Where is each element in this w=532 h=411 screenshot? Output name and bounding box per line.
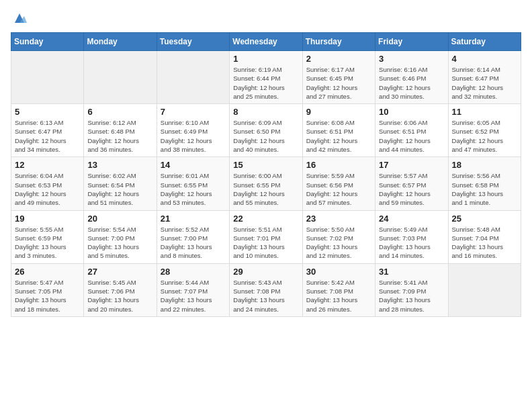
day-number: 12 xyxy=(15,160,80,170)
day-number: 22 xyxy=(233,214,298,224)
calendar-week-row: 12Sunrise: 6:04 AM Sunset: 6:53 PM Dayli… xyxy=(11,157,521,210)
day-number: 2 xyxy=(306,54,371,64)
logo xyxy=(11,11,27,24)
day-number: 13 xyxy=(87,160,152,170)
day-info: Sunrise: 5:55 AM Sunset: 6:59 PM Dayligh… xyxy=(15,225,80,261)
calendar-cell: 25Sunrise: 5:48 AM Sunset: 7:04 PM Dayli… xyxy=(448,210,521,263)
calendar-cell: 26Sunrise: 5:47 AM Sunset: 7:05 PM Dayli… xyxy=(11,263,84,316)
day-info: Sunrise: 5:43 AM Sunset: 7:08 PM Dayligh… xyxy=(233,278,298,314)
logo-icon xyxy=(12,11,27,26)
day-info: Sunrise: 6:06 AM Sunset: 6:51 PM Dayligh… xyxy=(379,118,444,154)
day-number: 15 xyxy=(233,160,298,170)
calendar-cell: 21Sunrise: 5:52 AM Sunset: 7:00 PM Dayli… xyxy=(157,210,229,263)
day-number: 17 xyxy=(379,160,444,170)
calendar-cell: 2Sunrise: 6:17 AM Sunset: 6:45 PM Daylig… xyxy=(302,51,375,104)
day-number: 19 xyxy=(15,214,80,224)
day-number: 21 xyxy=(161,214,226,224)
day-info: Sunrise: 6:12 AM Sunset: 6:48 PM Dayligh… xyxy=(87,118,152,154)
day-info: Sunrise: 5:59 AM Sunset: 6:56 PM Dayligh… xyxy=(306,171,371,207)
day-number: 28 xyxy=(161,267,226,277)
weekday-header: Thursday xyxy=(302,33,375,51)
day-info: Sunrise: 6:19 AM Sunset: 6:44 PM Dayligh… xyxy=(233,65,298,101)
day-number: 20 xyxy=(87,214,152,224)
calendar-cell: 12Sunrise: 6:04 AM Sunset: 6:53 PM Dayli… xyxy=(11,157,84,210)
calendar-cell: 27Sunrise: 5:45 AM Sunset: 7:06 PM Dayli… xyxy=(84,263,157,316)
day-info: Sunrise: 6:01 AM Sunset: 6:55 PM Dayligh… xyxy=(161,171,226,207)
day-info: Sunrise: 6:04 AM Sunset: 6:53 PM Dayligh… xyxy=(15,171,80,207)
calendar-week-row: 19Sunrise: 5:55 AM Sunset: 6:59 PM Dayli… xyxy=(11,210,521,263)
day-info: Sunrise: 5:56 AM Sunset: 6:58 PM Dayligh… xyxy=(452,171,517,207)
weekday-header: Saturday xyxy=(448,33,521,51)
page-header xyxy=(11,11,521,24)
day-number: 24 xyxy=(379,214,444,224)
day-number: 4 xyxy=(452,54,517,64)
calendar-cell: 11Sunrise: 6:05 AM Sunset: 6:52 PM Dayli… xyxy=(448,104,521,157)
day-info: Sunrise: 6:13 AM Sunset: 6:47 PM Dayligh… xyxy=(15,118,80,154)
calendar-cell: 15Sunrise: 6:00 AM Sunset: 6:55 PM Dayli… xyxy=(230,157,302,210)
calendar-cell: 5Sunrise: 6:13 AM Sunset: 6:47 PM Daylig… xyxy=(11,104,84,157)
day-number: 18 xyxy=(452,160,517,170)
calendar-cell: 30Sunrise: 5:42 AM Sunset: 7:08 PM Dayli… xyxy=(302,263,375,316)
weekday-header: Wednesday xyxy=(230,33,302,51)
calendar-table: SundayMondayTuesdayWednesdayThursdayFrid… xyxy=(11,32,521,317)
calendar-week-row: 5Sunrise: 6:13 AM Sunset: 6:47 PM Daylig… xyxy=(11,104,521,157)
day-info: Sunrise: 6:16 AM Sunset: 6:46 PM Dayligh… xyxy=(379,65,444,101)
calendar-week-row: 26Sunrise: 5:47 AM Sunset: 7:05 PM Dayli… xyxy=(11,263,521,316)
calendar-cell: 13Sunrise: 6:02 AM Sunset: 6:54 PM Dayli… xyxy=(84,157,157,210)
day-number: 11 xyxy=(452,107,517,117)
day-number: 6 xyxy=(87,107,152,117)
day-number: 3 xyxy=(379,54,444,64)
day-number: 7 xyxy=(161,107,226,117)
day-info: Sunrise: 6:17 AM Sunset: 6:45 PM Dayligh… xyxy=(306,65,371,101)
day-info: Sunrise: 5:47 AM Sunset: 7:05 PM Dayligh… xyxy=(15,278,80,314)
day-number: 25 xyxy=(452,214,517,224)
calendar-cell: 7Sunrise: 6:10 AM Sunset: 6:49 PM Daylig… xyxy=(157,104,229,157)
calendar-cell: 6Sunrise: 6:12 AM Sunset: 6:48 PM Daylig… xyxy=(84,104,157,157)
day-info: Sunrise: 5:41 AM Sunset: 7:09 PM Dayligh… xyxy=(379,278,444,314)
calendar-cell xyxy=(157,51,229,104)
day-info: Sunrise: 5:57 AM Sunset: 6:57 PM Dayligh… xyxy=(379,171,444,207)
calendar-cell: 17Sunrise: 5:57 AM Sunset: 6:57 PM Dayli… xyxy=(375,157,448,210)
calendar-week-row: 1Sunrise: 6:19 AM Sunset: 6:44 PM Daylig… xyxy=(11,51,521,104)
calendar-cell: 20Sunrise: 5:54 AM Sunset: 7:00 PM Dayli… xyxy=(84,210,157,263)
calendar-cell: 8Sunrise: 6:09 AM Sunset: 6:50 PM Daylig… xyxy=(230,104,302,157)
calendar-cell xyxy=(448,263,521,316)
day-number: 29 xyxy=(233,267,298,277)
day-info: Sunrise: 5:51 AM Sunset: 7:01 PM Dayligh… xyxy=(233,225,298,261)
calendar-cell xyxy=(84,51,157,104)
day-info: Sunrise: 5:44 AM Sunset: 7:07 PM Dayligh… xyxy=(161,278,226,314)
calendar-header-row: SundayMondayTuesdayWednesdayThursdayFrid… xyxy=(11,33,521,51)
day-number: 26 xyxy=(15,267,80,277)
calendar-cell: 19Sunrise: 5:55 AM Sunset: 6:59 PM Dayli… xyxy=(11,210,84,263)
calendar-cell: 10Sunrise: 6:06 AM Sunset: 6:51 PM Dayli… xyxy=(375,104,448,157)
calendar-cell: 31Sunrise: 5:41 AM Sunset: 7:09 PM Dayli… xyxy=(375,263,448,316)
day-info: Sunrise: 5:45 AM Sunset: 7:06 PM Dayligh… xyxy=(87,278,152,314)
calendar-cell: 18Sunrise: 5:56 AM Sunset: 6:58 PM Dayli… xyxy=(448,157,521,210)
weekday-header: Sunday xyxy=(11,33,84,51)
day-number: 9 xyxy=(306,107,371,117)
day-info: Sunrise: 6:02 AM Sunset: 6:54 PM Dayligh… xyxy=(87,171,152,207)
calendar-cell: 22Sunrise: 5:51 AM Sunset: 7:01 PM Dayli… xyxy=(230,210,302,263)
weekday-header: Tuesday xyxy=(157,33,229,51)
day-info: Sunrise: 5:52 AM Sunset: 7:00 PM Dayligh… xyxy=(161,225,226,261)
day-info: Sunrise: 5:49 AM Sunset: 7:03 PM Dayligh… xyxy=(379,225,444,261)
calendar-cell: 1Sunrise: 6:19 AM Sunset: 6:44 PM Daylig… xyxy=(230,51,302,104)
day-number: 8 xyxy=(233,107,298,117)
day-number: 14 xyxy=(161,160,226,170)
day-number: 1 xyxy=(233,54,298,64)
calendar-cell: 29Sunrise: 5:43 AM Sunset: 7:08 PM Dayli… xyxy=(230,263,302,316)
day-number: 23 xyxy=(306,214,371,224)
day-info: Sunrise: 5:42 AM Sunset: 7:08 PM Dayligh… xyxy=(306,278,371,314)
day-number: 10 xyxy=(379,107,444,117)
calendar-cell: 28Sunrise: 5:44 AM Sunset: 7:07 PM Dayli… xyxy=(157,263,229,316)
day-info: Sunrise: 6:00 AM Sunset: 6:55 PM Dayligh… xyxy=(233,171,298,207)
day-info: Sunrise: 5:54 AM Sunset: 7:00 PM Dayligh… xyxy=(87,225,152,261)
day-info: Sunrise: 6:05 AM Sunset: 6:52 PM Dayligh… xyxy=(452,118,517,154)
calendar-cell xyxy=(11,51,84,104)
day-info: Sunrise: 6:08 AM Sunset: 6:51 PM Dayligh… xyxy=(306,118,371,154)
calendar-cell: 16Sunrise: 5:59 AM Sunset: 6:56 PM Dayli… xyxy=(302,157,375,210)
day-number: 31 xyxy=(379,267,444,277)
calendar-cell: 3Sunrise: 6:16 AM Sunset: 6:46 PM Daylig… xyxy=(375,51,448,104)
calendar-cell: 23Sunrise: 5:50 AM Sunset: 7:02 PM Dayli… xyxy=(302,210,375,263)
day-info: Sunrise: 5:50 AM Sunset: 7:02 PM Dayligh… xyxy=(306,225,371,261)
